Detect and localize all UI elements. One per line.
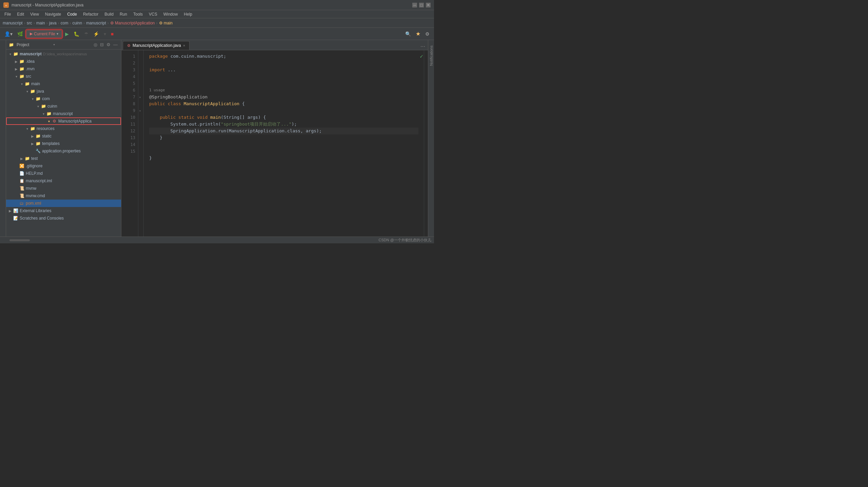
resources-icon: 📁	[30, 126, 35, 131]
tree-cuinn[interactable]: ▾ 📁 cuinn	[6, 102, 121, 110]
code-line-12: }	[149, 134, 418, 141]
tree-helpmd[interactable]: ▶ 📄 HELP.md	[6, 170, 121, 177]
menu-tools[interactable]: Tools	[131, 11, 145, 17]
code-content[interactable]: package com.cuinn.manuscript; import ...…	[144, 50, 424, 243]
menu-vcs[interactable]: VCS	[146, 11, 160, 17]
maximize-button[interactable]: □	[419, 3, 424, 7]
fold-method-icon[interactable]: ▾	[139, 109, 141, 113]
menu-build[interactable]: Build	[102, 11, 116, 17]
code-line-13	[149, 141, 418, 148]
breadcrumb-method[interactable]: ⚙ main	[159, 21, 173, 25]
run-config-selector[interactable]: ▶ Current File ▾	[26, 30, 62, 38]
collapse-all-button[interactable]: ⊟	[99, 41, 104, 48]
run-config-label: Current File	[34, 32, 55, 36]
main-arrow: ▾	[19, 82, 24, 86]
menu-edit[interactable]: Edit	[14, 11, 27, 17]
tree-external-libraries[interactable]: ▶ 📊 External Libraries	[6, 207, 121, 214]
tab-more-button[interactable]: ⋯	[420, 43, 426, 50]
scrollbar-bottom[interactable]	[3, 239, 71, 241]
tree-com[interactable]: ▾ 📁 com	[6, 95, 121, 102]
code-line-3: import ...	[149, 67, 418, 73]
tree-templates[interactable]: ▶ 📁 templates	[6, 140, 121, 147]
menu-navigate[interactable]: Navigate	[42, 11, 64, 17]
code-editor[interactable]: 1 2 3 4 5 6 7 8 9 10 11 12 13 14 15	[121, 50, 428, 243]
profiler-button[interactable]: ⚡	[92, 30, 101, 38]
tree-scratches[interactable]: ▶ 📝 Scratches and Consoles	[6, 214, 121, 222]
validation-checkmark: ✓	[420, 53, 423, 59]
status-left	[3, 239, 71, 241]
settings-button[interactable]: ⚙	[423, 30, 431, 38]
panel-settings-button[interactable]: ⚙	[106, 41, 111, 48]
fold-7[interactable]: ▾	[138, 94, 143, 100]
avatar-button[interactable]: ★	[414, 30, 422, 38]
line-num-9: 9	[121, 107, 135, 114]
line-num-1: 1	[121, 53, 135, 60]
fold-15	[138, 148, 143, 155]
tree-root[interactable]: ▾ 📁 manuscript D:\idea_workspace\manus	[6, 50, 121, 58]
panel-hide-button[interactable]: —	[113, 41, 118, 48]
breadcrumb-src[interactable]: src	[27, 21, 32, 25]
run-button[interactable]: ▶	[63, 30, 71, 38]
tree-mvnw[interactable]: ▶ 📜 mvnw	[6, 185, 121, 192]
breadcrumb-manuscript-pkg[interactable]: manuscript	[86, 21, 106, 25]
left-sidebar: Bookmarks Structure	[0, 40, 6, 243]
breadcrumb-manuscript[interactable]: manuscript	[3, 21, 23, 25]
menu-refactor[interactable]: Refactor	[80, 11, 101, 17]
tree-resources[interactable]: ▾ 📁 resources	[6, 125, 121, 132]
panel-dropdown-icon[interactable]: ▾	[53, 42, 55, 47]
account-button[interactable]: 👤▾	[3, 30, 14, 38]
window-controls[interactable]: ─ □ ✕	[412, 3, 431, 7]
more-run-button[interactable]: ▾	[102, 30, 108, 38]
tree-manuscript-application[interactable]: ▾ ⚙ ManuscriptApplica	[6, 117, 121, 125]
coverage-button[interactable]: ☂	[82, 30, 90, 38]
tree-application-props[interactable]: ▶ 🔧 application.properties	[6, 147, 121, 155]
tree-main[interactable]: ▾ 📁 main	[6, 80, 121, 88]
notifications-panel-label[interactable]: Notifications	[428, 43, 434, 68]
minimize-button[interactable]: ─	[412, 3, 417, 7]
fold-class-icon[interactable]: ▾	[139, 95, 141, 99]
breadcrumb-main[interactable]: main	[36, 21, 45, 25]
locate-file-button[interactable]: ◎	[93, 41, 98, 48]
line-num-7: 7	[121, 94, 135, 100]
git-button[interactable]: 🌿	[16, 30, 25, 38]
line-num-4: 4	[121, 73, 135, 80]
tree-static[interactable]: ▶ 📁 static	[6, 132, 121, 140]
debug-button[interactable]: 🐛	[72, 30, 81, 38]
tree-test[interactable]: ▶ 📁 test	[6, 155, 121, 162]
code-line-2	[149, 60, 418, 67]
breadcrumb-java[interactable]: java	[49, 21, 57, 25]
close-button[interactable]: ✕	[426, 3, 431, 7]
java-label: java	[37, 89, 44, 94]
helpmd-icon: 📄	[19, 171, 24, 176]
fold-9[interactable]: ▾	[138, 107, 143, 114]
code-line-1: package com.cuinn.manuscript;	[149, 53, 418, 60]
menu-window[interactable]: Window	[161, 11, 181, 17]
menu-code[interactable]: Code	[64, 11, 80, 17]
tree-pom-xml[interactable]: ▶ 🗂 pom.xml	[6, 200, 121, 207]
editor-tab-manuscript[interactable]: ⚙ ManuscriptApplication.java ×	[123, 41, 190, 50]
breadcrumb-com[interactable]: com	[61, 21, 68, 25]
search-button[interactable]: 🔍	[403, 30, 413, 38]
tree-src[interactable]: ▾ 📁 src	[6, 73, 121, 80]
tree-iml[interactable]: ▶ 📋 manuscript.iml	[6, 177, 121, 185]
tree-gitignore[interactable]: ▶ 🔀 .gitignore	[6, 162, 121, 170]
tree-mvn[interactable]: ▶ 📁 .mvn	[6, 65, 121, 73]
menu-help[interactable]: Help	[181, 11, 195, 17]
menu-file[interactable]: File	[2, 11, 14, 17]
tree-idea[interactable]: ▶ 📁 .idea	[6, 58, 121, 65]
right-sidebar: Database Notifications	[428, 40, 434, 243]
breadcrumb-class[interactable]: ⚙ ManuscriptApplication	[110, 21, 155, 25]
line-num-12: 12	[121, 128, 135, 134]
tree-manuscript-pkg[interactable]: ▾ 📁 manuscript	[6, 110, 121, 117]
menu-view[interactable]: View	[27, 11, 42, 17]
menu-run[interactable]: Run	[117, 11, 130, 17]
toolbar-right: 🔍 ★ ⚙	[403, 30, 431, 38]
tree-mvnw-cmd[interactable]: ▶ 📜 mvnw.cmd	[6, 192, 121, 200]
code-line-5	[149, 80, 418, 87]
tree-java[interactable]: ▾ 📁 java	[6, 88, 121, 95]
breadcrumb-cuinn[interactable]: cuinn	[72, 21, 82, 25]
mvnw-cmd-icon: 📜	[19, 193, 24, 199]
stop-button[interactable]: ■	[109, 30, 115, 38]
tab-close-button[interactable]: ×	[183, 43, 185, 48]
gitignore-label: .gitignore	[26, 164, 42, 168]
